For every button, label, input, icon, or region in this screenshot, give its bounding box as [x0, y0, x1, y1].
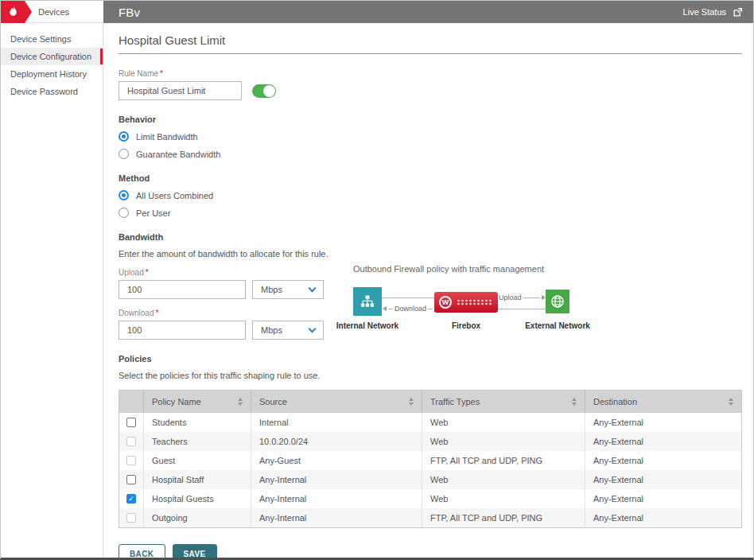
sidebar-item-deployment-history[interactable]: Deployment History: [1, 65, 103, 83]
policies-description: Select the policies for this traffic sha…: [119, 371, 742, 380]
cell-policy-name: Guest: [143, 451, 251, 470]
policy-checkbox[interactable]: [126, 475, 136, 484]
required-asterisk: *: [155, 309, 158, 317]
sidebar-item-label: Device Settings: [10, 34, 71, 44]
app-window: Devices FBv Live Status Device SettingsD…: [0, 0, 754, 560]
sort-icon[interactable]: [729, 398, 733, 406]
upload-flow: Upload: [499, 293, 546, 302]
download-field: Download* Mbps: [119, 309, 324, 340]
cell-traffic-types: Web: [422, 489, 585, 508]
rule-name-field: Rule Name*: [119, 69, 742, 100]
download-label: Download*: [119, 309, 324, 317]
table-row-guest: GuestAny-GuestFTP, All TCP and UDP, PING…: [119, 451, 741, 470]
radio-all-users-combined[interactable]: All Users Combined: [119, 190, 742, 200]
firebox-ports: [457, 299, 493, 305]
table-row-students: StudentsInternalWebAny-External: [119, 413, 741, 432]
radio-icon[interactable]: [119, 149, 129, 159]
sidebar-item-device-settings[interactable]: Device Settings: [1, 30, 103, 48]
radio-icon[interactable]: [119, 208, 129, 218]
checkbox-cell: [119, 432, 143, 451]
cell-policy-name: Hospital Staff: [143, 470, 251, 489]
live-status-label: Live Status: [683, 7, 726, 17]
column-header-destination[interactable]: Destination: [585, 391, 741, 413]
rule-enabled-toggle[interactable]: [252, 84, 276, 98]
external-network-label: External Network: [525, 321, 590, 330]
policy-checkbox[interactable]: [126, 418, 136, 427]
internal-network-label: Internal Network: [336, 321, 398, 330]
download-unit-select[interactable]: Mbps: [252, 321, 324, 340]
rule-name-input[interactable]: [119, 81, 242, 100]
cell-traffic-types: FTP, All TCP and UDP, PING: [422, 451, 585, 470]
checkbox-cell: [119, 413, 143, 432]
bandwidth-description: Enter the amount of bandwidth to allocat…: [119, 249, 742, 259]
download-input[interactable]: [119, 321, 246, 340]
external-network-icon: [546, 290, 569, 313]
save-button[interactable]: SAVE: [173, 544, 217, 558]
sort-icon[interactable]: [409, 398, 414, 406]
policy-checkbox: [126, 456, 136, 465]
sort-icon[interactable]: [238, 398, 243, 406]
header: Devices FBv Live Status: [1, 1, 753, 23]
radio-icon[interactable]: [119, 190, 129, 200]
bandwidth-section-title: Bandwidth: [119, 232, 742, 242]
internal-network-icon: [353, 287, 382, 316]
frame-body: Device SettingsDevice ConfigurationDeplo…: [1, 23, 753, 558]
sidebar-item-device-configuration[interactable]: Device Configuration: [1, 48, 103, 65]
upload-input[interactable]: [119, 280, 246, 299]
watchguard-logo: [1, 1, 25, 23]
diagram-caption: Outbound Firewall policy with traffic ma…: [353, 264, 585, 274]
policy-checkbox[interactable]: ✓: [126, 494, 136, 504]
checkbox-cell: [119, 451, 143, 470]
cell-source: Any-Internal: [251, 508, 422, 527]
table-header-row: Policy NameSourceTraffic TypesDestinatio…: [119, 391, 741, 413]
back-button[interactable]: BACK: [119, 544, 165, 558]
cell-source: Internal: [251, 413, 422, 432]
upload-unit-select[interactable]: Mbps: [252, 280, 324, 299]
radio-per-user[interactable]: Per User: [119, 208, 742, 218]
cell-destination: Any-External: [585, 508, 741, 527]
cell-traffic-types: Web: [422, 470, 585, 489]
column-header-policy-name[interactable]: Policy Name: [143, 391, 251, 413]
device-title: FBv: [119, 6, 140, 19]
firebox-label: Firebox: [452, 321, 480, 330]
bandwidth-fields: Upload* Mbps Download*: [119, 259, 324, 340]
sidebar-item-label: Deployment History: [10, 69, 87, 79]
cell-destination: Any-External: [585, 470, 741, 489]
sort-icon[interactable]: [572, 398, 577, 406]
page-title: Hospital Guest Limit: [119, 23, 742, 54]
upload-flow-label: Upload: [499, 294, 522, 301]
cell-traffic-types: FTP, All TCP and UDP, PING: [422, 508, 585, 527]
table-row-teachers: Teachers10.0.20.0/24WebAny-External: [119, 432, 741, 451]
cell-destination: Any-External: [585, 451, 741, 470]
topbar: FBv Live Status: [103, 1, 753, 23]
table-row-hospital-staff: Hospital StaffAny-InternalWebAny-Externa…: [119, 470, 741, 489]
column-header-traffic-types[interactable]: Traffic Types: [422, 391, 585, 413]
method-section-title: Method: [119, 173, 742, 183]
checkbox-cell: ✓: [119, 489, 143, 508]
sidebar-item-label: Device Configuration: [10, 52, 91, 61]
radio-icon[interactable]: [119, 131, 129, 142]
firebox-device: W: [434, 292, 498, 313]
column-header-source[interactable]: Source: [251, 391, 422, 413]
upload-unit-value: Mbps: [261, 285, 282, 294]
rule-name-label: Rule Name*: [119, 69, 742, 78]
policies-table: Policy NameSourceTraffic TypesDestinatio…: [119, 390, 742, 528]
sidebar-item-label: Device Password: [10, 87, 78, 96]
sidebar: Device SettingsDevice ConfigurationDeplo…: [1, 23, 103, 558]
cell-policy-name: Outgoing: [143, 508, 251, 527]
radio-label: Per User: [136, 208, 170, 218]
radio-label: Limit Bandwidth: [136, 132, 198, 142]
required-asterisk: *: [146, 268, 149, 277]
cell-source: Any-Guest: [251, 451, 422, 470]
sidebar-item-device-password[interactable]: Device Password: [1, 83, 103, 100]
cell-source: Any-Internal: [251, 489, 422, 508]
download-flow-label: Download: [394, 305, 426, 313]
column-label: Destination: [593, 397, 637, 406]
checkbox-cell: [119, 470, 143, 489]
table-row-hospital-guests: ✓Hospital GuestsAny-InternalWebAny-Exter…: [119, 489, 741, 508]
radio-limit-bandwidth[interactable]: Limit Bandwidth: [119, 131, 742, 142]
column-label: Policy Name: [152, 397, 201, 406]
live-status-link[interactable]: Live Status: [683, 7, 743, 18]
radio-label: Guarantee Bandwidth: [136, 150, 220, 159]
radio-guarantee-bandwidth[interactable]: Guarantee Bandwidth: [119, 149, 742, 159]
